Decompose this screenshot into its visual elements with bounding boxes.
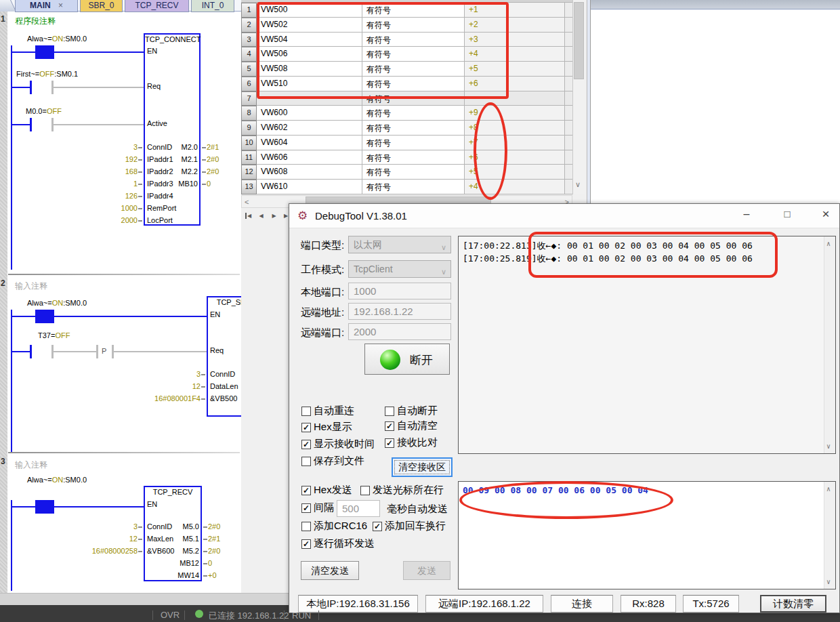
row-header[interactable]: 10 [241,136,257,150]
checkbox-hex-display[interactable]: Hex显示 [301,421,352,434]
row-header[interactable]: 6 [241,77,257,91]
reset-counter-button[interactable]: 计数清零 [760,595,826,613]
cell-address[interactable]: VW600 [257,106,362,121]
row-header[interactable]: 9 [241,121,257,136]
tab-main[interactable]: MAIN × [15,0,78,12]
work-mode-select[interactable]: TcpClient∨ [348,260,451,278]
cell-format[interactable]: 有符号 [362,136,465,150]
contact-on-symbol[interactable] [37,310,52,323]
scroll-up-icon[interactable]: ∧ [826,240,831,247]
disconnect-button[interactable]: 断开 [364,344,450,375]
param-value: 192 [93,155,142,163]
clear-send-button[interactable]: 清空发送 [301,561,359,580]
maximize-icon[interactable]: □ [772,208,803,220]
cell-address[interactable]: VW608 [257,165,362,180]
cell-format[interactable]: 有符号 [362,165,465,180]
checkbox-show-recv-time[interactable]: 显示接收时间 [301,438,375,451]
cell-empty[interactable] [565,180,572,194]
cell-empty[interactable] [565,62,572,77]
remote-addr-input[interactable]: 192.168.1.22 [348,303,451,320]
scroll-up-icon[interactable]: ∧ [826,485,831,493]
cell-empty[interactable] [565,165,572,180]
clear-receive-button[interactable]: 清空接收区 [392,457,453,477]
contact-bar[interactable] [30,118,32,131]
checkbox-add-crc16[interactable]: 添加CRC16 [301,520,367,533]
cell-empty[interactable] [565,33,572,47]
tab-close-icon[interactable]: × [58,1,63,10]
checkbox-add-crlf[interactable]: 添加回车换行 [373,520,446,533]
vscroll-thumb[interactable] [574,2,584,79]
checkbox-save-to-file[interactable]: 保存到文件 [301,455,364,468]
cell-empty[interactable] [565,150,572,165]
send-scrollbar[interactable]: ∧ ∨ [824,482,835,589]
cell-format[interactable]: 有符号 [362,150,465,165]
positive-edge-contact[interactable]: P [102,347,106,355]
table-row[interactable]: 13VW610有符号+4 [241,180,572,194]
cell-empty[interactable] [565,121,572,136]
debugtool-titlebar[interactable]: ⚙ DebugTool V1.38.01 – □ × [289,204,839,228]
cell-address[interactable]: VW604 [257,136,362,150]
contact-on-symbol[interactable] [37,500,52,514]
cell-address[interactable]: VW606 [257,150,362,165]
minimize-icon[interactable]: – [731,208,762,220]
row-header[interactable]: 11 [241,150,257,165]
close-icon[interactable]: × [812,207,839,222]
checkbox-auto-disconnect[interactable]: 自动断开 [385,405,438,417]
port-type-select[interactable]: 以太网∨ [348,236,451,253]
scroll-down-icon[interactable]: ∨ [575,180,581,189]
cell-empty[interactable] [565,18,572,33]
cell-address[interactable]: VW602 [257,121,362,136]
cell-empty[interactable] [565,91,572,106]
tab-int0[interactable]: INT_0 [191,0,234,12]
cell-empty[interactable] [565,136,572,150]
receive-scrollbar[interactable]: ∧ ∨ [824,236,835,453]
contact-on-symbol[interactable] [37,45,52,59]
local-port-input[interactable]: 1000 [348,283,451,299]
cell-empty[interactable] [565,47,572,62]
table-vscrollbar[interactable]: ∨ [572,0,585,194]
contact-bar[interactable] [30,81,32,94]
row-header[interactable]: 8 [241,106,257,121]
checkbox-interval[interactable]: 间隔 [301,501,334,514]
remote-port-input[interactable]: 2000 [348,323,451,340]
row-header[interactable]: 3 [241,33,257,47]
cell-format[interactable]: 有符号 [362,121,465,136]
cell-format[interactable]: 有符号 [362,180,465,194]
contact-bar[interactable] [30,345,32,358]
checkbox-auto-reconnect[interactable]: 自动重连 [301,405,354,417]
scroll-down-icon[interactable]: ∨ [826,442,831,450]
send-button[interactable]: 发送 [403,561,450,580]
ladder-hscroll-strip[interactable] [0,593,289,605]
table-row[interactable]: 10VW604有符号+7 [241,136,572,150]
next-record-icon[interactable]: ▶ [268,209,280,222]
prev-record-icon[interactable]: ◀ [255,209,267,222]
row-header[interactable]: 13 [241,180,257,194]
scroll-left-icon[interactable]: < [245,198,249,206]
cell-empty[interactable] [565,106,572,121]
row-header[interactable]: 1 [241,3,257,18]
cell-format[interactable]: 有符号 [362,106,465,121]
cell-empty[interactable] [565,77,572,91]
checkbox-send-cursor-line[interactable]: 发送光标所在行 [360,484,444,497]
tab-sbr0[interactable]: SBR_0 [80,0,123,12]
tab-tcprecv[interactable]: TCP_RECV [125,0,189,12]
row-header[interactable]: 5 [241,62,257,77]
scroll-down-icon[interactable]: ∨ [826,578,831,585]
table-row[interactable]: 8VW600有符号+9 [241,106,572,121]
checkbox-loop-send[interactable]: 逐行循环发送 [301,537,375,550]
checkbox-recv-compare[interactable]: 接收比对 [385,436,438,449]
row-header[interactable]: 2 [241,18,257,33]
row-header[interactable]: 7 [241,91,257,106]
cell-empty[interactable] [565,3,572,18]
row-header[interactable]: 4 [241,47,257,62]
first-record-icon[interactable]: ◀ [243,209,254,222]
interval-input[interactable]: 500 [337,500,380,517]
connect-button[interactable]: 连接 [551,595,613,613]
table-row[interactable]: 9VW602有符号+8 [241,121,572,136]
checkbox-hex-send[interactable]: Hex发送 [301,484,352,497]
table-row[interactable]: 12VW608有符号+5 [241,165,572,180]
cell-address[interactable]: VW610 [257,180,362,194]
table-row[interactable]: 11VW606有符号+6 [241,150,572,165]
checkbox-auto-clear[interactable]: 自动清空 [385,419,438,432]
row-header[interactable]: 12 [241,165,257,180]
